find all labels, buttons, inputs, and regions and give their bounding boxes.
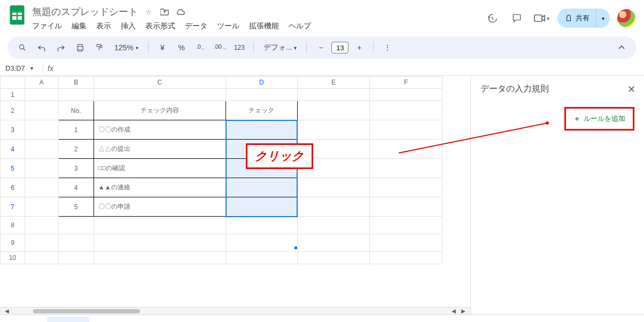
redo-button[interactable]: [53, 40, 68, 55]
table-row[interactable]: 2: [58, 140, 94, 159]
row-header[interactable]: 2: [1, 101, 25, 120]
table-row[interactable]: 〇〇の作成: [94, 120, 226, 140]
selection-handle[interactable]: [294, 246, 298, 250]
table-row[interactable]: ▲▲の連絡: [94, 178, 226, 197]
font-select[interactable]: デフォ...▾: [260, 40, 300, 55]
collapse-toolbar-button[interactable]: [614, 40, 629, 55]
menu-edit[interactable]: 編集: [72, 21, 87, 31]
account-avatar[interactable]: [617, 9, 635, 27]
select-all-cell[interactable]: [1, 76, 25, 89]
font-size-input[interactable]: [331, 42, 348, 53]
table-row[interactable]: [226, 178, 298, 197]
font-size-increase[interactable]: +: [352, 40, 367, 55]
row-header[interactable]: 5: [1, 159, 25, 178]
menu-insert[interactable]: 挿入: [121, 21, 136, 31]
table-row[interactable]: △△の提出: [94, 140, 226, 159]
menu-extensions[interactable]: 拡張機能: [249, 21, 279, 31]
row-header[interactable]: 4: [1, 140, 25, 159]
search-icon[interactable]: [15, 40, 30, 55]
share-label: 共有: [576, 13, 589, 23]
plus-icon: ＋: [573, 114, 580, 124]
cloud-status-icon[interactable]: [175, 6, 186, 17]
sheet-tab[interactable]: シート2▾: [95, 317, 137, 323]
add-sheet-button[interactable]: +: [6, 318, 21, 323]
undo-button[interactable]: [34, 40, 49, 55]
menu-format[interactable]: 表示形式: [145, 21, 175, 31]
scroll-left-icon[interactable]: ◄: [2, 307, 12, 315]
col-header-B[interactable]: B: [58, 76, 94, 89]
name-box[interactable]: D3:D7▾: [5, 64, 38, 72]
menu-view[interactable]: 表示: [96, 21, 111, 31]
share-dropdown[interactable]: ▾: [596, 9, 610, 28]
sheets-logo[interactable]: [9, 4, 26, 26]
explore-button[interactable]: [623, 318, 638, 323]
table-row[interactable]: 1: [58, 120, 94, 140]
row-header[interactable]: 1: [1, 89, 25, 101]
col-header-D[interactable]: D: [226, 76, 298, 89]
add-rule-button[interactable]: ＋ ルールを追加: [564, 107, 634, 131]
menu-file[interactable]: ファイル: [32, 21, 62, 31]
print-button[interactable]: [73, 40, 88, 55]
table-row[interactable]: □□の確認: [94, 159, 226, 178]
col-header-F[interactable]: F: [370, 76, 443, 89]
doc-title[interactable]: 無題のスプレッドシート: [32, 5, 138, 18]
row-header[interactable]: 9: [1, 234, 25, 252]
increase-decimal-button[interactable]: .00→: [213, 40, 228, 55]
scrollbar-thumb[interactable]: [33, 309, 140, 313]
percent-button[interactable]: %: [174, 40, 189, 55]
table-header-content[interactable]: チェック内容: [94, 101, 226, 120]
panel-title: データの入力規則: [480, 83, 634, 95]
col-header-C[interactable]: C: [94, 76, 226, 89]
currency-button[interactable]: ¥: [155, 40, 170, 55]
menu-data[interactable]: データ: [185, 21, 207, 31]
all-sheets-button[interactable]: ≡: [27, 318, 42, 323]
close-panel-button[interactable]: ✕: [627, 83, 635, 95]
zoom-select[interactable]: 125%▾: [111, 40, 142, 55]
lock-icon: [565, 14, 572, 22]
row-header[interactable]: 10: [1, 252, 25, 264]
decrease-decimal-button[interactable]: .0←: [193, 40, 208, 55]
row-header[interactable]: 3: [1, 120, 25, 140]
paint-format-button[interactable]: [92, 40, 107, 55]
table-row[interactable]: [226, 120, 298, 140]
move-icon[interactable]: [159, 6, 170, 17]
menu-tools[interactable]: ツール: [217, 21, 239, 31]
menu-help[interactable]: ヘルプ: [289, 21, 311, 31]
horizontal-scrollbar[interactable]: ◄ ◄ ►: [0, 307, 470, 315]
fx-icon: fx: [48, 64, 53, 73]
scroll-right-icon[interactable]: ►: [459, 307, 468, 315]
row-header[interactable]: 7: [1, 197, 25, 217]
formula-bar[interactable]: [58, 64, 639, 72]
annotation-click-label: クリック: [246, 143, 313, 169]
data-validation-panel: データの入力規則 ✕ ＋ ルールを追加: [470, 76, 644, 315]
history-icon[interactable]: [484, 10, 501, 27]
table-row[interactable]: 5: [58, 197, 94, 217]
toolbar: 125%▾ ¥ % .0← .00→ 123 デフォ...▾ − + ⋮: [7, 36, 637, 59]
font-size-decrease[interactable]: −: [313, 40, 328, 55]
star-icon[interactable]: ☆: [143, 6, 154, 17]
sheet-tab[interactable]: シート1▾: [47, 317, 89, 323]
row-header[interactable]: 8: [1, 217, 25, 234]
table-header-no[interactable]: No.: [58, 101, 94, 120]
table-row[interactable]: 〇〇の申請: [94, 197, 226, 217]
zoom-value: 125%: [114, 43, 134, 52]
more-formats-button[interactable]: 123: [232, 40, 247, 55]
svg-point-6: [20, 45, 24, 49]
table-row[interactable]: [226, 197, 298, 217]
share-button[interactable]: 共有 ▾: [557, 9, 610, 28]
font-name: デフォ...: [263, 43, 292, 52]
add-rule-label: ルールを追加: [584, 114, 625, 124]
more-toolbar-button[interactable]: ⋮: [380, 40, 395, 55]
scroll-left2-icon[interactable]: ◄: [449, 307, 459, 315]
spreadsheet-grid[interactable]: A B C D E F 1 2 No. チェック内容 チェック 3 1 〇〇の作…: [0, 76, 443, 264]
table-row[interactable]: 4: [58, 178, 94, 197]
row-header[interactable]: 6: [1, 178, 25, 197]
sheet-tab[interactable]: シート3▾: [142, 317, 184, 323]
col-header-A[interactable]: A: [25, 76, 58, 89]
table-header-check[interactable]: チェック: [226, 101, 298, 120]
meet-icon[interactable]: ▾: [533, 10, 550, 27]
comment-icon[interactable]: [508, 10, 525, 27]
table-row[interactable]: 3: [58, 159, 94, 178]
svg-rect-4: [17, 11, 18, 20]
col-header-E[interactable]: E: [297, 76, 370, 89]
